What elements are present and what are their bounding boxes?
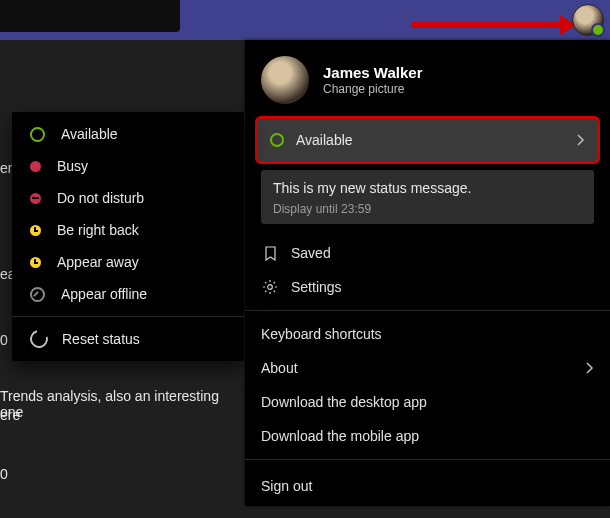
status-option-brb[interactable]: Be right back [12,214,244,246]
top-bar [0,0,610,40]
status-option-away[interactable]: Appear away [12,246,244,278]
download-mobile-item[interactable]: Download the mobile app [245,419,610,453]
about-label: About [261,360,298,376]
separator [245,310,610,311]
status-option-dnd[interactable]: Do not disturb [12,182,244,214]
download-desktop-item[interactable]: Download the desktop app [245,385,610,419]
status-available-icon [270,133,284,147]
sign-out-label: Sign out [261,478,312,494]
profile-menu: James Walker Change picture Available Th… [245,40,610,506]
bg-text: 0 [0,466,8,482]
status-option-offline[interactable]: Appear offline [12,278,244,310]
bg-text: Trends analysis, also an interesting one [0,388,244,420]
about-item[interactable]: About [245,351,610,385]
status-message-text: This is my new status message. [273,180,582,196]
status-option-label: Available [61,126,118,142]
bookmark-icon [261,246,279,261]
status-option-available[interactable]: Available [12,118,244,150]
reset-icon [27,327,52,352]
status-label: Available [296,132,353,148]
busy-icon [30,161,41,172]
profile-avatar [261,56,309,104]
keyboard-shortcuts-item[interactable]: Keyboard shortcuts [245,317,610,351]
brb-icon [30,225,41,236]
saved-item[interactable]: Saved [245,236,610,270]
bg-text: 0 [0,332,8,348]
status-option-label: Reset status [62,331,140,347]
status-submenu: Available Busy Do not disturb Be right b… [12,112,244,361]
gear-icon [261,279,279,295]
status-display-until: Display until 23:59 [273,202,582,216]
download-desktop-label: Download the desktop app [261,394,427,410]
svg-point-0 [268,285,273,290]
profile-avatar-button[interactable] [572,4,604,36]
away-icon [30,257,41,268]
offline-icon [30,287,45,302]
status-message-box[interactable]: This is my new status message. Display u… [261,170,594,224]
saved-label: Saved [291,245,331,261]
settings-label: Settings [291,279,342,295]
status-option-label: Busy [57,158,88,174]
search-box[interactable] [0,0,180,32]
settings-item[interactable]: Settings [245,270,610,304]
bg-text: ere [0,407,20,423]
profile-header: James Walker Change picture [245,40,610,112]
separator [245,459,610,460]
status-option-label: Appear offline [61,286,147,302]
dnd-icon [30,193,41,204]
chevron-right-icon [577,134,585,146]
keyboard-label: Keyboard shortcuts [261,326,382,342]
status-option-label: Do not disturb [57,190,144,206]
status-option-busy[interactable]: Busy [12,150,244,182]
available-icon [30,127,45,142]
status-option-reset[interactable]: Reset status [12,323,244,355]
profile-name: James Walker [323,64,423,81]
annotation-arrow [412,22,562,28]
download-mobile-label: Download the mobile app [261,428,419,444]
status-option-label: Be right back [57,222,139,238]
separator [12,316,244,317]
chevron-right-icon [586,362,594,374]
status-row[interactable]: Available [255,116,600,164]
change-picture-link[interactable]: Change picture [323,82,423,96]
status-option-label: Appear away [57,254,139,270]
sign-out-item[interactable]: Sign out [245,466,610,506]
